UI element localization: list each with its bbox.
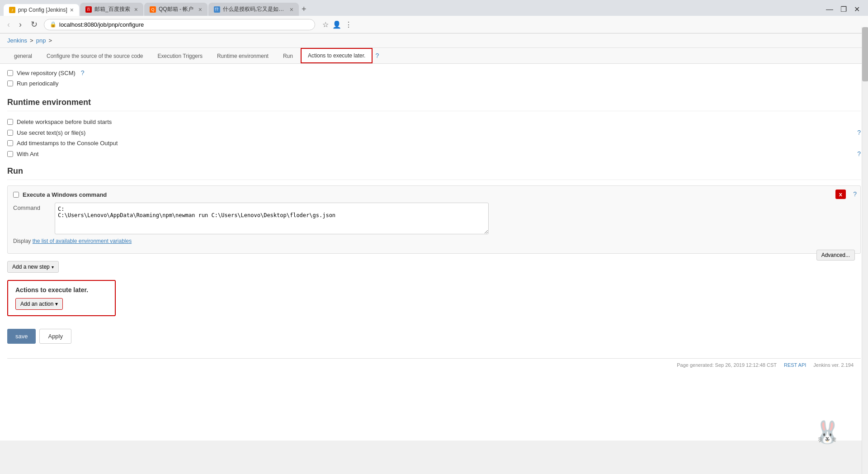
use-secret-checkbox[interactable] [7,130,13,136]
add-step-container: Add a new step ▾ [7,257,861,273]
run-periodically-checkbox[interactable] [7,81,13,86]
tab-close-1[interactable]: × [70,7,74,13]
env-variables-link[interactable]: the list of available environment variab… [33,238,132,244]
view-repo-label: View repository (SCM) [17,70,75,76]
tab-close-2[interactable]: × [134,6,138,13]
with-ant-checkbox[interactable] [7,151,13,157]
save-button[interactable]: save [7,329,36,344]
delete-workspace-checkbox[interactable] [7,119,13,125]
actions-later-box: Actions to execute later. Add an action … [7,280,116,316]
tab-close-4[interactable]: × [290,6,293,13]
browser-tab-2[interactable]: 百 邮箱_百度搜索 × [80,3,143,16]
nav-help-icon[interactable]: ? [375,52,379,59]
with-ant-help-icon[interactable]: ? [857,150,861,157]
advanced-button[interactable]: Advanced... [816,250,855,261]
with-ant-row: With Ant ? [7,148,861,159]
reload-button[interactable]: ↻ [28,19,40,30]
add-timestamps-checkbox[interactable] [7,140,13,146]
breadcrumb: Jenkins > pnp > [0,33,868,48]
address-input[interactable]: localhost:8080/job/pnp/configure [59,21,309,28]
add-step-button[interactable]: Add a new step ▾ [7,261,59,273]
window-controls: — ❐ ✕ [821,5,864,14]
tab-runtime[interactable]: Runtime environment [210,49,275,63]
restore-button[interactable]: ❐ [840,5,847,14]
run-section-title: Run [7,159,861,180]
breadcrumb-pnp[interactable]: pnp [36,37,46,44]
footer-generated-text: Page generated: Sep 26, 2019 12:12:48 CS… [677,362,777,368]
execute-windows-checkbox[interactable] [13,192,19,198]
run-periodically-label: Run periodically [17,80,59,87]
page-footer: Page generated: Sep 26, 2019 12:12:48 CS… [7,358,861,371]
menu-icon[interactable]: ⋮ [345,20,352,29]
tab-run[interactable]: Run [276,49,300,63]
nav-tabs-bar: general Configure the source of the sour… [0,48,868,64]
command-row: Command C: C:\Users\Lenovo\AppData\Roami… [13,203,855,234]
page-wrapper: Jenkins > pnp > general Configure the so… [0,33,868,441]
browser-toolbar: ‹ › ↻ 🔒 localhost:8080/job/pnp/configure… [0,16,868,33]
browser-chrome: J pnp Config [Jenkins] × 百 邮箱_百度搜索 × Q Q… [0,0,868,441]
env-display-text: Display [13,238,31,244]
tab-title-1: pnp Config [Jenkins] [18,7,67,13]
view-repo-help-icon[interactable]: ? [81,69,85,76]
env-link-row: Display the list of available environmen… [13,238,855,244]
tab-general[interactable]: general [7,49,39,63]
command-textarea[interactable]: C: C:\Users\Lenovo\AppData\Roaming\npm\n… [55,203,489,234]
browser-tab-4[interactable]: 什 什么是授权码,它又是如何设置 × [208,3,299,16]
browser-tab-3[interactable]: Q QQ邮箱 - 帐户 × [144,3,208,16]
browser-tab-1[interactable]: J pnp Config [Jenkins] × [4,4,79,16]
add-action-arrow-icon: ▾ [55,301,58,307]
view-repo-row: View repository (SCM) ? Run periodically [7,64,861,90]
bottom-buttons: save Apply [7,323,861,349]
tab-source[interactable]: Configure the source of the source code [40,49,150,63]
minimize-button[interactable]: — [826,5,833,14]
add-timestamps-label: Add timestamps to the Console Output [17,140,118,147]
back-button[interactable]: ‹ [5,19,13,30]
actions-later-title: Actions to execute later. [15,286,108,294]
add-step-arrow-icon: ▾ [52,265,54,270]
use-secret-label: Use secret text(s) or file(s) [17,129,85,136]
tab-triggers[interactable]: Execution Triggers [151,49,209,63]
use-secret-row: Use secret text(s) or file(s) ? [7,127,861,138]
user-icon[interactable]: 👤 [332,20,341,29]
close-window-button[interactable]: ✕ [854,5,860,14]
mascot-decoration: 🐰 [814,420,850,441]
add-action-label: Add an action [20,301,53,307]
run-box: Execute a Windows command x ? Command C:… [7,185,861,254]
view-repo-checkbox[interactable] [7,70,13,76]
tab-favicon-2: 百 [85,6,92,13]
address-bar[interactable]: 🔒 localhost:8080/job/pnp/configure [44,19,315,30]
run-box-help-icon[interactable]: ? [853,190,857,198]
command-label: Command [13,203,49,211]
apply-button[interactable]: Apply [39,329,71,344]
breadcrumb-sep-2: > [48,37,52,44]
tab-close-3[interactable]: × [198,6,202,13]
add-timestamps-row: Add timestamps to the Console Output [7,138,861,148]
run-box-header: Execute a Windows command [13,191,855,198]
tab-favicon-3: Q [150,6,156,13]
execute-windows-label: Execute a Windows command [23,191,107,198]
browser-titlebar: J pnp Config [Jenkins] × 百 邮箱_百度搜索 × Q Q… [0,0,868,16]
browser-tabs: J pnp Config [Jenkins] × 百 邮箱_百度搜索 × Q Q… [4,3,820,16]
tab-title-2: 邮箱_百度搜索 [94,5,132,13]
bookmark-star-icon[interactable]: ☆ [322,20,329,29]
tab-actions-later[interactable]: Actions to execute later. [301,48,373,63]
breadcrumb-sep-1: > [30,37,33,44]
use-secret-help-icon[interactable]: ? [857,129,861,136]
toolbar-icons: ☆ 👤 ⋮ [322,20,352,29]
forward-button[interactable]: › [16,19,24,30]
new-tab-button[interactable]: + [300,3,308,16]
run-periodically-checkbox-row: Run periodically [7,78,861,89]
footer-jenkins-version: Jenkins ver. 2.194 [813,362,854,368]
rest-api-link[interactable]: REST API [784,362,806,368]
add-step-label: Add a new step [12,264,50,270]
tab-favicon-4: 什 [214,6,220,13]
scrollbar-thumb[interactable] [862,27,868,81]
lock-icon: 🔒 [50,21,57,28]
add-action-button[interactable]: Add an action ▾ [15,298,63,310]
breadcrumb-jenkins[interactable]: Jenkins [7,37,27,44]
delete-workspace-row: Delete workspace before build starts [7,117,861,127]
delete-step-button[interactable]: x [835,190,846,199]
scrollbar[interactable] [862,27,868,441]
view-repo-checkbox-row: View repository (SCM) ? [7,67,861,78]
tab-title-4: 什么是授权码,它又是如何设置 [223,5,287,13]
